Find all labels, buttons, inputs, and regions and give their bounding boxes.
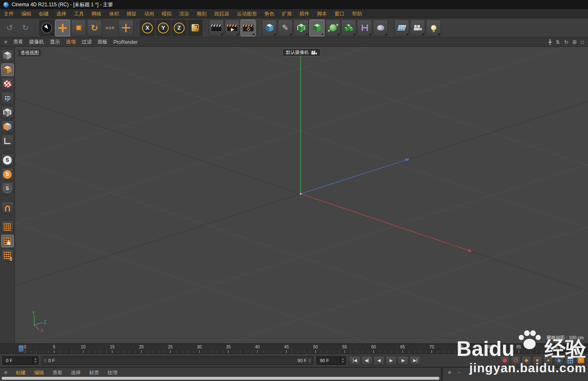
- coordinate-system-button[interactable]: [188, 20, 203, 36]
- menu-item-create[interactable]: 创建: [35, 9, 53, 18]
- camera-button[interactable]: [410, 20, 425, 36]
- menu-item-snap[interactable]: 捕捉: [123, 9, 140, 18]
- goto-end-button[interactable]: ▶|: [410, 356, 421, 365]
- axis-modification-button[interactable]: [119, 20, 134, 36]
- menu-item-edit[interactable]: 编辑: [18, 9, 35, 18]
- polygons-mode-button[interactable]: [1, 120, 14, 133]
- material-menu-material[interactable]: 材质: [89, 369, 99, 376]
- current-frame-stepper[interactable]: ▲▼: [33, 357, 38, 364]
- record-parameter-button[interactable]: ◆: [554, 356, 564, 365]
- stepper-down-icon[interactable]: ▼: [582, 349, 585, 352]
- material-menu-view[interactable]: 查看: [53, 369, 63, 376]
- record-keyframe-button[interactable]: [500, 356, 509, 365]
- autokeying-button[interactable]: [511, 356, 520, 365]
- texture-mode-button[interactable]: [1, 78, 14, 90]
- frame-offset-stepper[interactable]: ▲▼: [580, 345, 586, 352]
- coordinates-hamburger-icon[interactable]: ≡: [448, 369, 451, 376]
- menu-item-help[interactable]: 帮助: [348, 9, 366, 18]
- material-menu-create[interactable]: 创建: [16, 369, 26, 376]
- current-frame-field[interactable]: 0 F ▲▼: [3, 356, 38, 365]
- viewport-menu-cameras[interactable]: 摄像机: [29, 38, 44, 46]
- material-menu-texture[interactable]: 纹理: [108, 369, 118, 376]
- add-cube-button[interactable]: [262, 20, 277, 36]
- menu-item-volume[interactable]: 体积: [105, 9, 123, 18]
- z-axis-lock-button[interactable]: Z: [172, 20, 187, 36]
- rotate-tool-button[interactable]: ↻: [87, 20, 102, 36]
- next-frame-button[interactable]: ▶: [398, 356, 409, 365]
- previous-frame-button[interactable]: ◀: [373, 356, 385, 365]
- panel-view-icon[interactable]: □: [581, 39, 584, 45]
- light-button[interactable]: [426, 20, 441, 36]
- subdivision-surface-button[interactable]: [294, 20, 309, 36]
- material-menu-hamburger-icon[interactable]: ≡: [4, 369, 8, 376]
- record-rotation-button[interactable]: ●: [543, 356, 553, 365]
- camera-label[interactable]: 默认摄像机: [283, 48, 321, 56]
- max-frame-field[interactable]: 90 F ▲▼: [317, 356, 346, 365]
- pen-spline-button[interactable]: ✎: [278, 20, 293, 36]
- enable-snap-button[interactable]: [1, 201, 14, 214]
- menu-item-simulate[interactable]: 模拟: [158, 9, 175, 18]
- edges-mode-button[interactable]: [1, 106, 14, 119]
- frame-offset-field[interactable]: 0 F ▲▼: [553, 345, 586, 353]
- metaball-button[interactable]: [373, 20, 388, 36]
- undo-button[interactable]: ↺: [2, 20, 17, 36]
- menu-item-character[interactable]: 角色: [261, 9, 278, 18]
- render-settings-button[interactable]: [241, 20, 256, 36]
- viewport-solo-off-button[interactable]: S: [1, 154, 14, 166]
- x-axis-lock-button[interactable]: X: [140, 20, 155, 36]
- render-picture-viewer-button[interactable]: [225, 20, 240, 36]
- render-view-button[interactable]: [209, 20, 224, 36]
- menu-item-animate[interactable]: 动画: [140, 9, 158, 18]
- stepper-up-icon[interactable]: ▲: [582, 346, 585, 349]
- viewport-solo-single-button[interactable]: S: [1, 168, 14, 180]
- max-frame-stepper[interactable]: ▲▼: [340, 357, 345, 364]
- play-button[interactable]: ▶: [385, 356, 397, 365]
- model-mode-button[interactable]: [1, 64, 14, 76]
- menu-item-tracker[interactable]: 跟踪器: [210, 9, 233, 18]
- y-axis-lock-button[interactable]: Y: [156, 20, 171, 36]
- stepper-down-icon[interactable]: ▼: [34, 361, 37, 363]
- goto-start-button[interactable]: |◀: [349, 356, 360, 365]
- extrude-generator-button[interactable]: [309, 20, 324, 36]
- menu-item-select[interactable]: 选择: [53, 9, 70, 18]
- record-position-button[interactable]: ◆: [522, 356, 531, 365]
- quantize-button[interactable]: (): [1, 249, 14, 262]
- viewport-menu-display[interactable]: 显示: [50, 38, 60, 46]
- viewport-solo-hierarchy-button[interactable]: S: [1, 182, 14, 195]
- material-menu-select[interactable]: 选择: [71, 369, 81, 376]
- viewport-menu-view[interactable]: 查看: [13, 38, 23, 46]
- bend-deformer-button[interactable]: [357, 20, 372, 36]
- timeline-playhead[interactable]: [18, 345, 24, 352]
- last-tool-button[interactable]: HSR: [103, 20, 118, 36]
- menu-item-tools[interactable]: 工具: [70, 9, 88, 18]
- menu-item-plugins[interactable]: 插件: [296, 9, 313, 18]
- floor-button[interactable]: [394, 20, 409, 36]
- viewport-hamburger-icon[interactable]: ≡: [4, 39, 8, 45]
- viewport-menu-panel[interactable]: 面板: [98, 38, 108, 46]
- menu-item-sculpt[interactable]: 雕刻: [193, 9, 210, 18]
- menu-item-file[interactable]: 文件: [0, 9, 18, 18]
- view-label[interactable]: 透视视图: [18, 49, 41, 56]
- make-editable-button[interactable]: [1, 49, 14, 62]
- stepper-up-icon[interactable]: ▲: [34, 358, 37, 360]
- stepper-down-icon[interactable]: ▼: [342, 361, 344, 363]
- redo-button[interactable]: ↻: [18, 20, 33, 36]
- toggle-views-icon[interactable]: ⊞: [573, 39, 577, 45]
- timeline-panel-button[interactable]: [576, 356, 585, 365]
- scale-tool-button[interactable]: [71, 20, 86, 36]
- stepper-up-icon[interactable]: ▲: [342, 358, 344, 360]
- previous-key-button[interactable]: ◀|: [361, 356, 373, 365]
- viewport-menu-filter[interactable]: 过滤: [82, 38, 92, 46]
- viewport[interactable]: 透视视图 默认摄像机 Y Z X 网格间距 : 100 cm: [15, 47, 588, 343]
- material-menu-edit[interactable]: 编辑: [34, 369, 44, 376]
- move-tool-button[interactable]: [55, 20, 70, 36]
- pan-view-icon[interactable]: ╋: [548, 39, 551, 45]
- array-button[interactable]: [341, 20, 356, 36]
- zoom-view-icon[interactable]: ⇅: [556, 39, 560, 45]
- menu-item-extensions[interactable]: 扩展: [278, 9, 296, 18]
- points-mode-button[interactable]: [1, 92, 14, 104]
- workplane-button[interactable]: [1, 221, 14, 233]
- live-selection-button[interactable]: [39, 20, 54, 36]
- viewport-menu-prorender[interactable]: ProRender: [114, 39, 138, 45]
- timeline-ruler[interactable]: 0 5 10 15 20 25 30 35 40 45 50 55 60 65 …: [0, 343, 588, 353]
